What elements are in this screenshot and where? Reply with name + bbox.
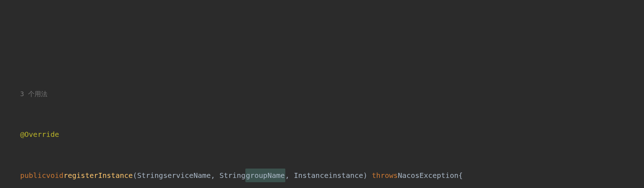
param-name: instance (328, 169, 363, 182)
keyword-public: public (20, 169, 46, 182)
keyword-throws: throws (372, 169, 398, 182)
brace-open: { (458, 169, 463, 182)
annotation: @Override (20, 127, 59, 141)
method-name: registerInstance (63, 169, 133, 182)
param-name-highlighted: groupName (245, 169, 285, 182)
usages-hint[interactable]: 3 个用法 (0, 88, 644, 100)
param-name: serviceName (163, 169, 210, 182)
comma: , (285, 169, 294, 182)
param-type: Instance (294, 169, 328, 182)
keyword-void: void (46, 169, 63, 182)
param-type: String (219, 169, 245, 182)
paren-open: ( (133, 169, 137, 182)
code-line[interactable]: public void registerInstance(String serv… (0, 169, 644, 182)
code-editor[interactable]: 3 个用法 @Override public void registerInst… (0, 55, 644, 188)
comma: , (211, 169, 219, 182)
code-line[interactable]: @Override (0, 127, 644, 141)
usages-text: 3 个用法 (20, 88, 47, 100)
param-type: String (137, 169, 163, 182)
exception-type: NacosException (398, 169, 459, 182)
paren-close: ) (363, 169, 372, 182)
